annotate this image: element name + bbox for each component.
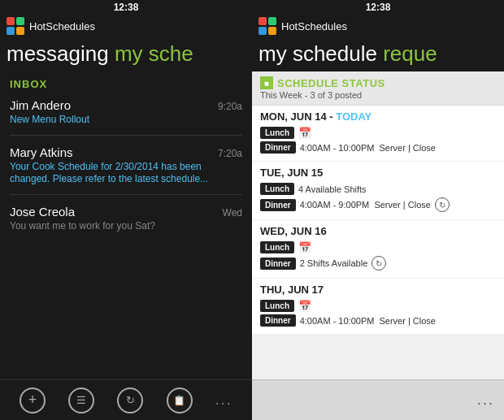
calendar-icon: 📅 — [298, 127, 311, 139]
shift-detail: 4:00AM - 9:00PM Server | Close — [300, 200, 431, 210]
logo-q3b — [259, 27, 267, 35]
today-label: TODAY — [336, 110, 371, 123]
shift-row: Dinner 4:00AM - 10:00PM Server | Close — [260, 141, 496, 154]
sender-name: Jim Andero — [10, 98, 71, 112]
inbox-label: INBOX — [10, 78, 242, 90]
clipboard-icon[interactable]: 📋 — [167, 388, 193, 414]
schedule-status-icon: ■ — [260, 76, 273, 89]
app-header-row: HotSchedules HotSchedules — [0, 15, 504, 37]
shift-label-dinner: Dinner — [260, 314, 296, 327]
day-header: MON, JUN 14 - TODAY — [260, 110, 496, 123]
day-header: WED, JUN 16 — [260, 225, 496, 237]
bottom-row: + ☰ ↻ 📋 ... ... — [0, 379, 504, 420]
time-left: 12:38 — [114, 2, 139, 13]
app-name-right: HotSchedules — [281, 20, 347, 32]
shift-row: Dinner 4:00AM - 9:00PM Server | Close ↻ — [260, 197, 496, 212]
day-section-thu: THU, JUN 17 Lunch 📅 Dinner 4:00AM - 10:0… — [252, 279, 504, 334]
logo-q2b — [268, 17, 276, 25]
nav-schedule[interactable]: my schedule — [259, 41, 377, 66]
shift-row: Lunch 4 Available Shifts — [260, 183, 496, 195]
shift-label-dinner: Dinner — [260, 258, 296, 270]
shift-row: Lunch 📅 — [260, 300, 496, 312]
message-item[interactable]: Jose Creola Wed You want me to work for … — [10, 205, 242, 240]
nav-row: messaging my sche my schedule reque — [0, 37, 504, 71]
logo-q4 — [16, 27, 24, 35]
logo-right — [259, 17, 276, 35]
message-time: 7:20a — [218, 148, 242, 159]
message-item[interactable]: Jim Andero 9:20a New Menu Rollout — [10, 98, 242, 136]
day-section-mon: MON, JUN 14 - TODAY Lunch 📅 Dinner 4:00A… — [252, 106, 504, 161]
message-header: Jose Creola Wed — [10, 205, 242, 219]
schedule-status-title: ■ SCHEDULE STATUS — [260, 76, 496, 89]
shift-label-lunch: Lunch — [260, 183, 294, 195]
shift-label-lunch: Lunch — [260, 127, 294, 139]
shift-detail: 4:00AM - 10:00PM Server | Close — [300, 143, 436, 153]
refresh-icon[interactable]: ↻ — [117, 388, 143, 414]
message-preview: You want me to work for you Sat? — [10, 220, 242, 232]
shift-row: Dinner 4:00AM - 10:00PM Server | Close — [260, 314, 496, 327]
message-header: Jim Andero 9:20a — [10, 98, 242, 112]
shift-row: Dinner 2 Shifts Available ↻ — [260, 256, 496, 271]
shift-detail: 4:00AM - 10:00PM Server | Close — [300, 316, 436, 326]
schedule-status-text: SCHEDULE STATUS — [277, 77, 385, 89]
message-header: Mary Atkins 7:20a — [10, 145, 242, 159]
shift-label-lunch: Lunch — [260, 241, 294, 253]
plus-icon[interactable]: + — [20, 388, 46, 414]
more-dots[interactable]: ... — [215, 392, 232, 409]
day-section-wed: WED, JUN 16 Lunch 📅 Dinner 2 Shifts Avai… — [252, 220, 504, 278]
message-preview: New Menu Rollout — [10, 114, 242, 127]
bottom-bar-right: ... — [252, 379, 504, 420]
content-row: INBOX Jim Andero 9:20a New Menu Rollout … — [0, 71, 504, 379]
message-time: Wed — [223, 207, 242, 219]
status-bar-right: 12:38 — [252, 0, 504, 15]
day-header: TUE, JUN 15 — [260, 167, 496, 179]
app-container: 12:38 12:38 HotSchedules HotSchedules — [0, 0, 504, 420]
shift-label-dinner: Dinner — [260, 141, 296, 154]
shift-label-lunch: Lunch — [260, 300, 294, 312]
nav-left[interactable]: messaging my sche — [0, 37, 252, 71]
more-dots-right[interactable]: ... — [477, 392, 494, 409]
available-shifts: 2 Shifts Available — [300, 258, 368, 268]
logo-q2 — [16, 17, 24, 25]
day-header: THU, JUN 17 — [260, 284, 496, 296]
logo-q1 — [7, 17, 15, 25]
message-preview: Your Cook Schedule for 2/30/2014 has bee… — [10, 161, 242, 186]
nav-messaging[interactable]: messaging — [7, 41, 109, 66]
sender-name: Jose Creola — [10, 205, 75, 219]
nav-right-text: my schedule reque — [252, 41, 444, 67]
shift-label-dinner: Dinner — [260, 199, 296, 211]
spinner-icon[interactable]: ↻ — [435, 197, 450, 212]
inbox-panel: INBOX Jim Andero 9:20a New Menu Rollout … — [0, 71, 252, 379]
sender-name: Mary Atkins — [10, 145, 73, 159]
available-shifts: 4 Available Shifts — [298, 184, 367, 194]
schedule-subtitle: This Week - 3 of 3 posted — [260, 90, 496, 100]
nav-right[interactable]: my schedule reque — [252, 37, 504, 71]
app-header-right: HotSchedules — [252, 15, 504, 37]
calendar-icon: 📅 — [298, 241, 311, 253]
shift-row: Lunch 📅 — [260, 241, 496, 253]
list-icon[interactable]: ☰ — [68, 388, 94, 414]
status-bar: 12:38 12:38 — [0, 0, 504, 15]
logo-q1b — [259, 17, 267, 25]
status-bar-left: 12:38 — [0, 0, 252, 15]
spinner-icon[interactable]: ↻ — [371, 256, 386, 271]
nav-left-text: messaging my sche — [0, 41, 200, 67]
bottom-bar-left: + ☰ ↻ 📋 ... — [0, 379, 252, 420]
logo-q4b — [268, 27, 276, 35]
message-item[interactable]: Mary Atkins 7:20a Your Cook Schedule for… — [10, 145, 242, 195]
schedule-status-header: ■ SCHEDULE STATUS This Week - 3 of 3 pos… — [252, 71, 504, 106]
app-header-left: HotSchedules — [0, 15, 252, 37]
logo-left — [7, 17, 24, 35]
time-right: 12:38 — [366, 2, 391, 13]
logo-q3 — [7, 27, 15, 35]
schedule-panel: ■ SCHEDULE STATUS This Week - 3 of 3 pos… — [252, 71, 504, 379]
message-time: 9:20a — [218, 101, 242, 112]
calendar-icon: 📅 — [298, 300, 311, 312]
app-name-left: HotSchedules — [29, 20, 95, 32]
day-section-tue: TUE, JUN 15 Lunch 4 Available Shifts Din… — [252, 162, 504, 219]
shift-row: Lunch 📅 — [260, 127, 496, 139]
